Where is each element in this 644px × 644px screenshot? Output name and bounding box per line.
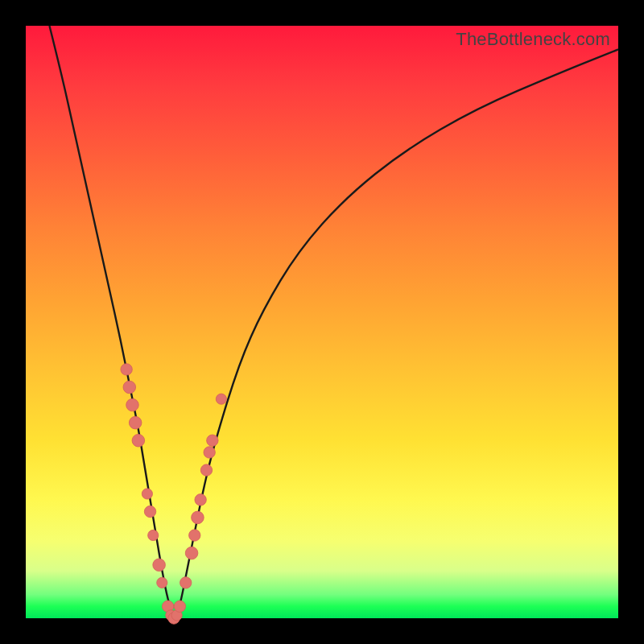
bottleneck-curve-path [49, 26, 618, 615]
data-marker [207, 435, 218, 446]
data-marker [185, 547, 198, 559]
data-marker [200, 464, 212, 476]
data-marker [180, 577, 192, 588]
data-marker [157, 577, 167, 588]
data-marker [121, 364, 132, 375]
data-marker [189, 530, 200, 541]
data-marker [144, 506, 155, 517]
outer-frame: TheBottleneck.com [0, 0, 644, 644]
data-marker [153, 559, 166, 572]
chart-svg [26, 26, 618, 618]
data-marker [123, 381, 136, 394]
data-marker [204, 447, 215, 458]
data-marker [142, 489, 152, 499]
plot-area: TheBottleneck.com [26, 26, 618, 618]
data-marker [195, 494, 206, 506]
markers-group [121, 364, 227, 625]
data-marker [192, 511, 204, 524]
data-marker [126, 398, 139, 411]
data-marker [148, 530, 159, 540]
data-marker [129, 416, 142, 429]
data-marker [216, 394, 226, 404]
data-marker [132, 434, 145, 447]
data-marker [174, 601, 185, 612]
